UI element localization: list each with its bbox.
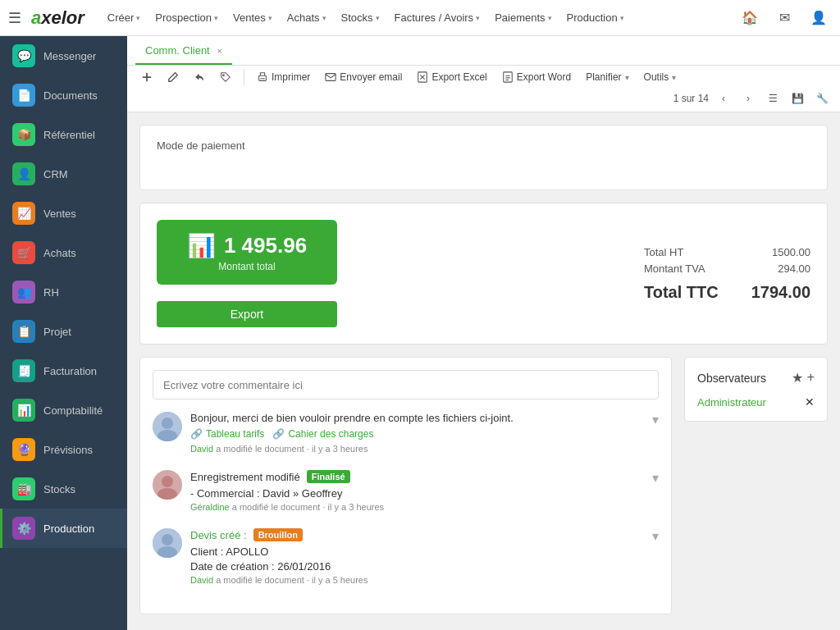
sidebar-item-previsions[interactable]: 🔮 Prévisions	[0, 430, 127, 469]
author-link[interactable]: Géraldine	[190, 502, 230, 512]
menu-paiements[interactable]: Paiements ▾	[488, 8, 558, 27]
add-button[interactable]	[135, 69, 158, 85]
dropdown-icon[interactable]: ▾	[652, 470, 659, 486]
documents-icon: 📄	[12, 84, 35, 107]
word-button[interactable]: Export Word	[496, 69, 577, 85]
prev-page-button[interactable]: ‹	[714, 89, 733, 108]
messenger-icon: 💬	[12, 44, 35, 67]
menu-ventes[interactable]: Ventes ▾	[226, 8, 279, 27]
tag-button[interactable]	[214, 69, 237, 85]
remove-observer-button[interactable]: ✕	[805, 395, 815, 409]
attachment-link[interactable]: 🔗 Tableau tarifs	[190, 428, 264, 440]
sidebar-item-stocks[interactable]: 🏭 Stocks	[0, 469, 127, 509]
edit-button[interactable]	[162, 69, 185, 85]
bottom-section: Bonjour, merci de bien vouloir prendre e…	[139, 357, 828, 614]
svg-rect-1	[326, 74, 336, 81]
print-button[interactable]: Imprimer	[251, 69, 316, 85]
observers-actions: ★ +	[792, 370, 815, 386]
comptabilite-icon: 📊	[12, 399, 35, 422]
sidebar-item-comptabilite[interactable]: 📊 Comptabilité	[0, 390, 127, 430]
sidebar-item-achats[interactable]: 🛒 Achats	[0, 233, 127, 272]
outils-button[interactable]: Outils ▾	[638, 69, 682, 85]
status-badge: Brouillon	[253, 528, 303, 541]
comments-card: Bonjour, merci de bien vouloir prendre e…	[139, 357, 672, 614]
chevron-down-icon: ▾	[476, 14, 480, 22]
observers-card: Observateurs ★ + Administrateur ✕	[684, 357, 828, 422]
projet-icon: 📋	[12, 320, 35, 343]
plus-icon	[141, 71, 153, 83]
comment-entry: Bonjour, merci de bien vouloir prendre e…	[153, 412, 659, 454]
tag-icon	[220, 71, 231, 83]
dropdown-icon[interactable]: ▾	[652, 412, 659, 427]
production-icon: ⚙️	[12, 517, 35, 540]
star-icon[interactable]: ★	[792, 370, 803, 386]
export-button[interactable]: Export	[157, 301, 337, 327]
chevron-down-icon: ▾	[672, 73, 676, 82]
sidebar-item-referentiel[interactable]: 📦 Référentiel	[0, 115, 127, 154]
back-button[interactable]	[188, 69, 211, 85]
sidebar-item-rh[interactable]: 👥 RH	[0, 272, 127, 312]
sidebar-item-messenger[interactable]: 💬 Messenger	[0, 36, 127, 75]
comment-attachments: 🔗 Tableau tarifs 🔗 Cahier des charges	[190, 428, 659, 440]
save-button[interactable]: 💾	[788, 89, 807, 108]
add-observer-button[interactable]: +	[807, 370, 815, 386]
attachment-link[interactable]: 🔗 Cahier des charges	[272, 428, 373, 440]
mail-icon[interactable]: ✉	[771, 5, 797, 31]
payment-label: Mode de paiement	[157, 139, 245, 152]
payment-section: Mode de paiement	[139, 125, 828, 190]
list-view-button[interactable]: ☰	[763, 89, 783, 108]
author-link[interactable]: David	[190, 575, 213, 585]
separator	[244, 69, 244, 85]
next-page-button[interactable]: ›	[738, 89, 758, 108]
chevron-down-icon: ▾	[136, 14, 140, 22]
home-icon[interactable]: 🏠	[737, 5, 763, 31]
comment-meta: Géraldine a modifié le document · il y a…	[190, 502, 659, 512]
previsions-icon: 🔮	[12, 438, 35, 461]
comment-content: Enregistrement modifié Finalisé - Commer…	[190, 470, 659, 512]
comment-content: Devis créé : Brouillon Client : APOLLO D…	[190, 528, 659, 585]
email-button[interactable]: Envoyer email	[319, 69, 408, 85]
main-layout: 💬 Messenger 📄 Documents 📦 Référentiel 👤 …	[0, 36, 840, 630]
undo-icon	[194, 71, 205, 83]
menu-production[interactable]: Production ▾	[560, 8, 631, 27]
sidebar-item-ventes[interactable]: 📈 Ventes	[0, 194, 127, 233]
sidebar-item-documents[interactable]: 📄 Documents	[0, 75, 127, 115]
status-badge: Finalisé	[307, 470, 350, 483]
main-menu: Créer ▾ Prospection ▾ Ventes ▾ Achats ▾ …	[101, 8, 737, 27]
sidebar-item-crm[interactable]: 👤 CRM	[0, 154, 127, 194]
user-icon[interactable]: 👤	[806, 5, 832, 31]
sidebar: 💬 Messenger 📄 Documents 📦 Référentiel 👤 …	[0, 36, 127, 630]
sidebar-item-production[interactable]: ⚙️ Production	[0, 509, 127, 548]
menu-creer[interactable]: Créer ▾	[101, 8, 148, 27]
menu-achats[interactable]: Achats ▾	[281, 8, 333, 27]
tab-close-icon[interactable]: ×	[217, 46, 221, 56]
comment-input[interactable]	[153, 370, 659, 399]
sidebar-item-facturation[interactable]: 🧾 Facturation	[0, 351, 127, 390]
author-link[interactable]: David	[190, 444, 213, 454]
observer-name[interactable]: Administrateur	[697, 396, 766, 409]
planifier-button[interactable]: Planifier ▾	[580, 69, 634, 85]
hamburger-icon[interactable]: ☰	[8, 9, 21, 27]
email-icon	[325, 71, 336, 83]
total-section: 📊 1 495.96 Montant total Export Total HT…	[139, 203, 828, 345]
stocks-icon: 🏭	[12, 477, 35, 500]
dropdown-icon[interactable]: ▾	[652, 528, 659, 544]
total-tva-row: Montant TVA 294.00	[644, 262, 810, 275]
menu-stocks[interactable]: Stocks ▾	[335, 8, 386, 27]
menu-factures[interactable]: Factures / Avoirs ▾	[388, 8, 487, 27]
total-right: Total HT 1500.00 Montant TVA 294.00 Tota…	[644, 246, 810, 302]
wrench-icon[interactable]: 🔧	[812, 89, 832, 108]
ventes-icon: 📈	[12, 202, 35, 225]
topnav: ☰ axelor Créer ▾ Prospection ▾ Ventes ▾ …	[0, 0, 840, 36]
chevron-down-icon: ▾	[376, 14, 380, 22]
pagination: 1 sur 14 ‹ › ☰ 💾 🔧	[673, 89, 832, 108]
menu-prospection[interactable]: Prospection ▾	[148, 8, 225, 27]
logo: axelor	[31, 7, 84, 29]
tab-comm-client[interactable]: Comm. Client ×	[135, 38, 232, 65]
word-icon	[502, 71, 514, 83]
sidebar-item-projet[interactable]: 📋 Projet	[0, 312, 127, 351]
avatar	[153, 412, 182, 441]
observer-row: Administrateur ✕	[697, 395, 815, 409]
excel-button[interactable]: Export Excel	[411, 69, 492, 85]
svg-rect-3	[503, 72, 512, 82]
